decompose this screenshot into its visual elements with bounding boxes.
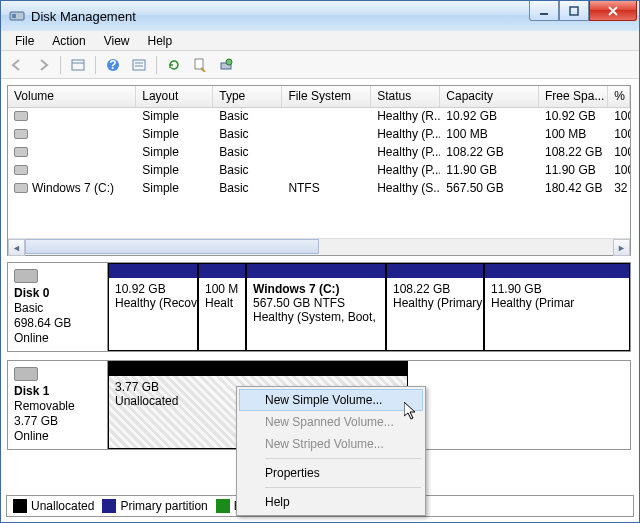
menu-new-spanned-volume: New Spanned Volume...: [239, 411, 423, 433]
disk-icon: [14, 367, 38, 381]
disk-1-info[interactable]: Disk 1 Removable 3.77 GB Online: [8, 361, 108, 449]
svg-rect-3: [570, 7, 578, 15]
forward-button[interactable]: [31, 54, 55, 76]
disk-1-type: Removable: [14, 399, 101, 413]
table-row[interactable]: SimpleBasicHealthy (P...108.22 GB108.22 …: [8, 144, 630, 162]
window-title: Disk Management: [31, 9, 529, 24]
menu-action[interactable]: Action: [44, 32, 93, 50]
svg-point-13: [226, 59, 232, 65]
svg-text:?: ?: [109, 58, 116, 72]
disk-icon: [14, 269, 38, 283]
col-status[interactable]: Status: [371, 86, 440, 107]
table-row[interactable]: SimpleBasicHealthy (R...10.92 GB10.92 GB…: [8, 108, 630, 126]
disk-0-state: Online: [14, 331, 101, 345]
svg-rect-8: [133, 60, 145, 70]
disk-management-window: Disk Management File Action View Help ? …: [0, 0, 640, 523]
col-layout[interactable]: Layout: [136, 86, 213, 107]
table-row[interactable]: SimpleBasicHealthy (P...100 MB100 MB100: [8, 126, 630, 144]
partition[interactable]: 108.22 GBHealthy (Primary Pa: [386, 263, 484, 351]
disk-1-label: Disk 1: [14, 384, 101, 398]
back-button[interactable]: [5, 54, 29, 76]
context-menu: New Simple Volume... New Spanned Volume.…: [236, 386, 426, 516]
menu-file[interactable]: File: [7, 32, 42, 50]
legend-unallocated: Unallocated: [31, 499, 94, 513]
table-header: Volume Layout Type File System Status Ca…: [8, 86, 630, 108]
menu-properties[interactable]: Properties: [239, 462, 423, 484]
app-icon: [9, 8, 25, 24]
disk-1-state: Online: [14, 429, 101, 443]
table-body[interactable]: SimpleBasicHealthy (R...10.92 GB10.92 GB…: [8, 108, 630, 238]
menu-help[interactable]: Help: [239, 491, 423, 513]
help-icon[interactable]: ?: [101, 54, 125, 76]
partition[interactable]: 10.92 GBHealthy (Recov: [108, 263, 198, 351]
properties-icon[interactable]: [188, 54, 212, 76]
menubar: File Action View Help: [1, 31, 639, 51]
table-row[interactable]: Windows 7 (C:)SimpleBasicNTFSHealthy (S.…: [8, 180, 630, 198]
svg-rect-4: [72, 60, 84, 70]
maximize-button[interactable]: [559, 1, 589, 21]
close-button[interactable]: [589, 1, 637, 21]
volume-table: Volume Layout Type File System Status Ca…: [7, 85, 631, 256]
col-volume[interactable]: Volume: [8, 86, 136, 107]
disk-0-size: 698.64 GB: [14, 316, 101, 330]
svg-rect-2: [540, 13, 548, 15]
col-capacity[interactable]: Capacity: [440, 86, 539, 107]
refresh-icon[interactable]: [162, 54, 186, 76]
disk-0-type: Basic: [14, 301, 101, 315]
col-free[interactable]: Free Spa...: [539, 86, 608, 107]
col-percent[interactable]: % F: [608, 86, 630, 107]
col-type[interactable]: Type: [213, 86, 282, 107]
toolbar: ?: [1, 51, 639, 79]
scroll-right-icon[interactable]: ►: [613, 239, 630, 256]
svg-rect-1: [12, 14, 16, 18]
horizontal-scrollbar[interactable]: ◄ ►: [8, 238, 630, 255]
table-row[interactable]: SimpleBasicHealthy (P...11.90 GB11.90 GB…: [8, 162, 630, 180]
partition[interactable]: 11.90 GBHealthy (Primar: [484, 263, 630, 351]
titlebar[interactable]: Disk Management: [1, 1, 639, 31]
menu-view[interactable]: View: [96, 32, 138, 50]
menu-help[interactable]: Help: [140, 32, 181, 50]
action-icon[interactable]: [214, 54, 238, 76]
menu-new-simple-volume[interactable]: New Simple Volume...: [239, 389, 423, 411]
menu-new-striped-volume: New Striped Volume...: [239, 433, 423, 455]
disk-0-label: Disk 0: [14, 286, 101, 300]
partition[interactable]: 100 MHealt: [198, 263, 246, 351]
disk-1-size: 3.77 GB: [14, 414, 101, 428]
view-icon[interactable]: [66, 54, 90, 76]
disk-0-info[interactable]: Disk 0 Basic 698.64 GB Online: [8, 263, 108, 351]
legend-primary: Primary partition: [120, 499, 207, 513]
scroll-left-icon[interactable]: ◄: [8, 239, 25, 256]
minimize-button[interactable]: [529, 1, 559, 21]
disk-0-pane: Disk 0 Basic 698.64 GB Online 10.92 GBHe…: [7, 262, 631, 352]
col-filesystem[interactable]: File System: [282, 86, 371, 107]
scroll-thumb[interactable]: [25, 239, 319, 254]
partition[interactable]: Windows 7 (C:)567.50 GB NTFSHealthy (Sys…: [246, 263, 386, 351]
settings-list-icon[interactable]: [127, 54, 151, 76]
